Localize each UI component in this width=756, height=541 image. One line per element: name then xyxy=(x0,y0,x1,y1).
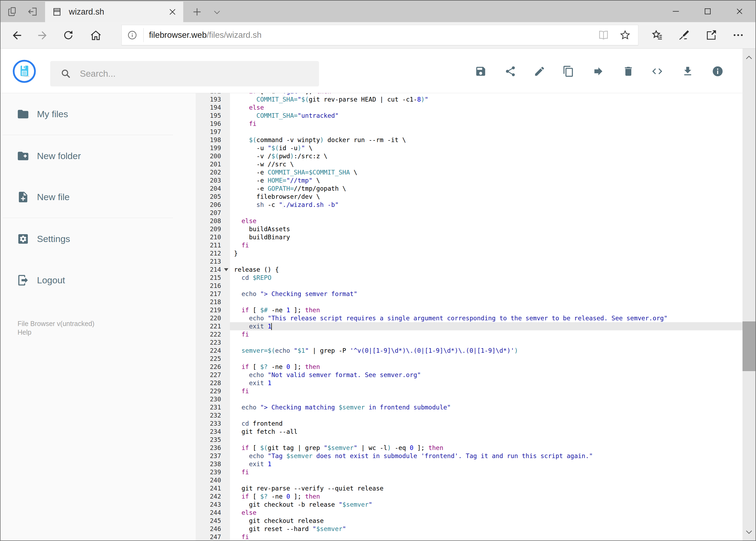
code-line[interactable]: if [ $? -ne 0 ]; then xyxy=(230,492,742,500)
back-icon[interactable] xyxy=(11,29,23,42)
code-line[interactable]: fi xyxy=(230,330,742,338)
scroll-up-icon[interactable] xyxy=(744,54,754,62)
info-button[interactable] xyxy=(712,65,724,77)
edit-button[interactable] xyxy=(534,65,546,77)
code-line[interactable]: COMMIT_SHA="$(git rev-parse HEAD | cut -… xyxy=(230,95,742,104)
close-window-button[interactable] xyxy=(724,1,755,22)
code-line[interactable]: filebrowser/dev \ xyxy=(230,193,742,201)
code-line[interactable] xyxy=(230,476,742,484)
home-icon[interactable] xyxy=(90,29,102,42)
download-button[interactable] xyxy=(682,65,694,77)
favorite-star-icon[interactable] xyxy=(619,29,631,41)
code-button[interactable] xyxy=(651,65,663,77)
refresh-icon[interactable] xyxy=(62,29,75,42)
code-line[interactable] xyxy=(230,395,742,403)
minimize-button[interactable] xyxy=(660,1,692,22)
code-line[interactable]: -u "$(id -u)" \ xyxy=(230,144,742,152)
code-line[interactable]: fi xyxy=(230,387,742,395)
code-line[interactable]: git fetch --all xyxy=(230,427,742,436)
code-line[interactable]: fi xyxy=(230,120,742,128)
filebrowser-logo[interactable] xyxy=(12,59,36,83)
browser-tab[interactable]: wizard.sh xyxy=(45,2,183,22)
code-line[interactable] xyxy=(230,338,742,346)
tab-preview-icon[interactable] xyxy=(7,6,18,17)
search-input[interactable]: Search... xyxy=(50,61,319,86)
code-line[interactable]: semver=$(echo "$1" | grep -P '^v(0|[1-9]… xyxy=(230,346,742,355)
forward-icon[interactable] xyxy=(36,29,49,42)
tab-close-icon[interactable] xyxy=(167,7,177,17)
new-tab-button[interactable] xyxy=(191,6,203,17)
code-line[interactable]: -w //src \ xyxy=(230,160,742,168)
code-line[interactable] xyxy=(230,128,742,136)
more-button[interactable] xyxy=(725,28,752,42)
code-line[interactable]: -e GOPATH=//tmp/gopath \ xyxy=(230,185,742,193)
code-line[interactable]: if [ $# -ne 1 ]; then xyxy=(230,306,742,314)
code-line[interactable]: if [ -d ".git" ]; then xyxy=(230,93,742,95)
code-line[interactable] xyxy=(230,258,742,266)
code-line[interactable]: else xyxy=(230,217,742,225)
code-line[interactable]: fi xyxy=(230,468,742,476)
code-line[interactable]: echo "This release script requires a sin… xyxy=(230,314,742,322)
save-button[interactable] xyxy=(475,65,487,77)
code-line[interactable]: exit 1 xyxy=(230,460,742,468)
code-line[interactable]: else xyxy=(230,104,742,112)
code-line[interactable]: fi xyxy=(230,533,742,540)
code-line[interactable] xyxy=(230,209,742,217)
code-line[interactable] xyxy=(230,282,742,290)
page-scrollbar[interactable] xyxy=(742,49,755,540)
sidebar-item-new-file[interactable]: New file xyxy=(1,184,196,211)
help-link[interactable]: Help xyxy=(18,328,196,336)
code-line[interactable]: cd $REPO xyxy=(230,273,742,282)
code-line[interactable]: echo "Tag $semver does not exist in subm… xyxy=(230,452,742,460)
code-line[interactable]: COMMIT_SHA="untracked" xyxy=(230,112,742,120)
code-line[interactable]: buildBinary xyxy=(230,233,742,241)
code-line[interactable]: -e COMMIT_SHA=$COMMIT_SHA \ xyxy=(230,168,742,176)
code-line[interactable]: -e HOME="//tmp" \ xyxy=(230,176,742,185)
scroll-down-icon[interactable] xyxy=(744,528,754,536)
code-line[interactable]: git rev-parse --verify --quiet release xyxy=(230,484,742,492)
code-line[interactable]: git checkout -b release "$semver" xyxy=(230,500,742,509)
share-button[interactable] xyxy=(504,65,516,77)
sidebar-item-settings[interactable]: Settings xyxy=(1,225,196,252)
code-line[interactable]: exit 1 xyxy=(230,379,742,387)
code-line[interactable] xyxy=(230,411,742,419)
code-line[interactable] xyxy=(230,436,742,444)
share-button[interactable] xyxy=(698,28,725,42)
reading-view-icon[interactable] xyxy=(598,29,610,41)
code-line[interactable]: -v /$(pwd):/src:z \ xyxy=(230,152,742,160)
site-info-icon[interactable] xyxy=(126,29,138,41)
code-line[interactable]: git checkout release xyxy=(230,517,742,525)
code-line[interactable]: echo "> Checking semver format" xyxy=(230,290,742,298)
code-line[interactable]: cd frontend xyxy=(230,419,742,427)
delete-button[interactable] xyxy=(623,65,634,77)
code-line[interactable]: echo "> Checking matching $semver in fro… xyxy=(230,403,742,411)
set-tabs-aside-icon[interactable] xyxy=(27,6,38,17)
sidebar-item-my-files[interactable]: My files xyxy=(1,101,196,128)
sidebar-item-logout[interactable]: Logout xyxy=(1,267,196,293)
code-line[interactable] xyxy=(230,355,742,363)
code-line[interactable]: if [ $? -ne 0 ]; then xyxy=(230,363,742,371)
code-line[interactable]: else xyxy=(230,509,742,517)
code-line[interactable]: echo "Not valid semver format. See semve… xyxy=(230,371,742,379)
code-line[interactable]: exit 1 xyxy=(230,322,742,330)
code-line[interactable]: } xyxy=(230,249,742,258)
editor-code-area[interactable]: if [ -d ".git" ]; then COMMIT_SHA="$(git… xyxy=(230,93,742,540)
code-editor[interactable]: 1921931941951961971981992002012022032042… xyxy=(196,93,742,540)
sidebar-item-new-folder[interactable]: New folder xyxy=(1,142,196,169)
tab-list-chevron-icon[interactable] xyxy=(211,8,223,17)
code-line[interactable]: fi xyxy=(230,241,742,249)
copy-button[interactable] xyxy=(563,65,574,77)
code-line[interactable]: git reset --hard "$semver" xyxy=(230,525,742,533)
annotate-button[interactable] xyxy=(671,28,698,42)
code-line[interactable]: if [ $(git tag | grep "$semver" | wc -l)… xyxy=(230,444,742,452)
move-button[interactable] xyxy=(593,65,604,77)
fold-widget-icon[interactable] xyxy=(224,268,228,271)
code-line[interactable]: buildAssets xyxy=(230,225,742,233)
code-line[interactable] xyxy=(230,298,742,306)
maximize-button[interactable] xyxy=(692,1,724,22)
address-bar[interactable]: filebrowser.web/files/wizard.sh xyxy=(122,25,638,45)
code-line[interactable]: $(command -v winpty) docker run --rm -it… xyxy=(230,136,742,144)
hub-button[interactable] xyxy=(644,28,671,42)
code-line[interactable]: sh -c "./wizard.sh -b" xyxy=(230,201,742,209)
code-line[interactable]: release () { xyxy=(230,266,742,273)
